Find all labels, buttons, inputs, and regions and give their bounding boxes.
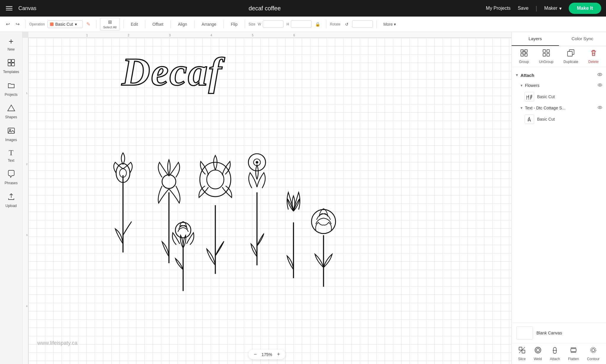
more-button[interactable]: More ▾ — [380, 21, 399, 28]
svg-marker-4 — [8, 105, 15, 111]
flowers-group — [114, 153, 336, 291]
rotate-input[interactable] — [352, 20, 373, 28]
text-eye-icon[interactable] — [597, 105, 602, 111]
sidebar-item-text[interactable]: T Text — [1, 146, 21, 166]
lock-proportions-icon[interactable]: 🔒 — [313, 20, 323, 28]
svg-point-15 — [207, 170, 224, 189]
ungroup-button[interactable]: UnGroup — [539, 49, 553, 64]
svg-point-14 — [200, 162, 231, 197]
projects-icon — [7, 81, 15, 91]
sidebar-label-images: Images — [5, 138, 17, 142]
app-name: Canvas — [18, 5, 36, 12]
operation-value: Basic Cut — [55, 22, 73, 27]
sidebar-item-shapes[interactable]: Shapes — [1, 101, 21, 122]
separator: | — [536, 5, 537, 12]
width-input[interactable] — [263, 20, 283, 28]
text-layer-header[interactable]: ▼ Text - Dtc Cottage S... — [514, 103, 604, 113]
hamburger-menu[interactable] — [5, 5, 14, 12]
operation-color — [50, 22, 54, 26]
templates-icon — [7, 59, 15, 68]
sidebar-item-images[interactable]: Images — [1, 124, 21, 145]
flowers-basic-cut-item[interactable]: Basic Cut — [514, 90, 604, 103]
zoom-in-button[interactable]: + — [276, 351, 281, 357]
my-projects-link[interactable]: My Projects — [486, 6, 511, 11]
group-button[interactable]: Group — [519, 49, 529, 64]
align-button[interactable]: Align — [174, 21, 191, 28]
attach-header[interactable]: ▼ Attach — [514, 69, 604, 81]
svg-rect-1 — [12, 59, 14, 62]
size-label: Size — [249, 22, 255, 26]
attach-section: ▼ Attach ▼ Flowers — [512, 69, 606, 126]
text-basic-cut-item[interactable]: Basic Cut — [514, 113, 604, 126]
flowers-label: Flowers — [525, 83, 539, 88]
phrases-icon — [7, 170, 15, 179]
delete-button[interactable]: Delete — [588, 49, 599, 64]
rotate-icon[interactable]: ↺ — [343, 20, 351, 28]
slice-button[interactable]: Slice — [518, 346, 526, 361]
zoom-value: 175% — [260, 352, 273, 357]
sidebar-item-projects[interactable]: Projects — [1, 78, 21, 100]
offset-button[interactable]: Offset — [149, 21, 167, 28]
attach-button[interactable]: Attach — [550, 346, 560, 361]
project-title[interactable]: decaf coffee — [48, 5, 481, 12]
flowers-header[interactable]: ▼ Flowers — [514, 81, 604, 90]
sidebar-item-new[interactable]: + New — [1, 34, 21, 54]
make-it-button[interactable]: Make It — [569, 3, 601, 14]
svg-point-6 — [9, 129, 11, 131]
text-layer-label: Text - Dtc Cottage S... — [525, 106, 565, 110]
design-canvas[interactable]: Decaf — [28, 38, 511, 364]
blank-canvas-label: Blank Canvas — [536, 331, 562, 335]
edit-button[interactable]: Edit — [127, 21, 141, 28]
svg-point-51 — [592, 349, 595, 352]
save-button[interactable]: Save — [518, 6, 528, 11]
toolbar-separator-2 — [96, 20, 96, 28]
svg-rect-47 — [571, 349, 576, 352]
flatten-button[interactable]: Flatten — [568, 346, 579, 361]
svg-rect-33 — [547, 54, 549, 56]
svg-rect-43 — [522, 350, 525, 353]
tab-layers[interactable]: Layers — [512, 32, 559, 46]
attach-bottom-icon — [551, 346, 559, 356]
height-input[interactable] — [291, 20, 312, 28]
zoom-out-button[interactable]: − — [252, 351, 258, 357]
select-all-button[interactable]: ⊞ Select All — [100, 18, 120, 30]
redo-button[interactable]: ↪ — [13, 20, 22, 29]
chevron-down-icon: ▾ — [559, 6, 562, 11]
nav-actions: My Projects Save | Maker ▾ Make It — [486, 3, 601, 14]
canvas-area[interactable]: 1 2 3 4 5 6 1 2 3 4 Decaf — [22, 32, 511, 364]
attach-eye-icon[interactable] — [597, 72, 602, 78]
undo-button[interactable]: ↩ — [4, 20, 12, 29]
contour-button[interactable]: Contour — [587, 346, 600, 361]
sidebar-item-upload[interactable]: Upload — [1, 190, 21, 211]
sidebar: + New Templates Projects — [0, 32, 22, 364]
flip-button[interactable]: Flip — [227, 21, 241, 28]
sidebar-label-upload: Upload — [5, 204, 17, 208]
flowers-eye-icon[interactable] — [597, 82, 602, 88]
canvas-content[interactable]: Decaf — [28, 38, 511, 364]
svg-rect-32 — [543, 54, 546, 56]
watermark: www.lifeispaty.ca — [37, 340, 78, 346]
maker-selector[interactable]: Maker ▾ — [544, 6, 561, 11]
svg-rect-0 — [8, 59, 11, 62]
toolbar-separator-3 — [123, 20, 124, 28]
layers-list: ▼ Attach ▼ Flowers — [512, 67, 606, 323]
ungroup-icon — [542, 49, 550, 59]
arrange-button[interactable]: Arrange — [198, 21, 220, 28]
tab-color-sync[interactable]: Color Sync — [559, 32, 606, 46]
svg-rect-30 — [543, 50, 546, 52]
sidebar-item-templates[interactable]: Templates — [1, 56, 21, 77]
toolbar-separator-8 — [245, 20, 245, 28]
svg-rect-31 — [547, 50, 549, 52]
svg-point-36 — [598, 73, 602, 76]
operation-edit-icon[interactable]: ✎ — [84, 20, 93, 29]
svg-point-39 — [599, 85, 601, 86]
undo-redo-group: ↩ ↪ — [4, 20, 22, 29]
weld-button[interactable]: Weld — [534, 346, 542, 361]
duplicate-button[interactable]: Duplicate — [563, 49, 578, 64]
main-area: + New Templates Projects — [0, 32, 606, 364]
new-icon: + — [9, 37, 13, 46]
contour-icon — [589, 346, 597, 356]
sidebar-item-phrases[interactable]: Phrases — [1, 167, 21, 188]
toolbar-separator-7 — [223, 20, 224, 28]
operation-select[interactable]: Basic Cut ▾ — [47, 20, 83, 28]
